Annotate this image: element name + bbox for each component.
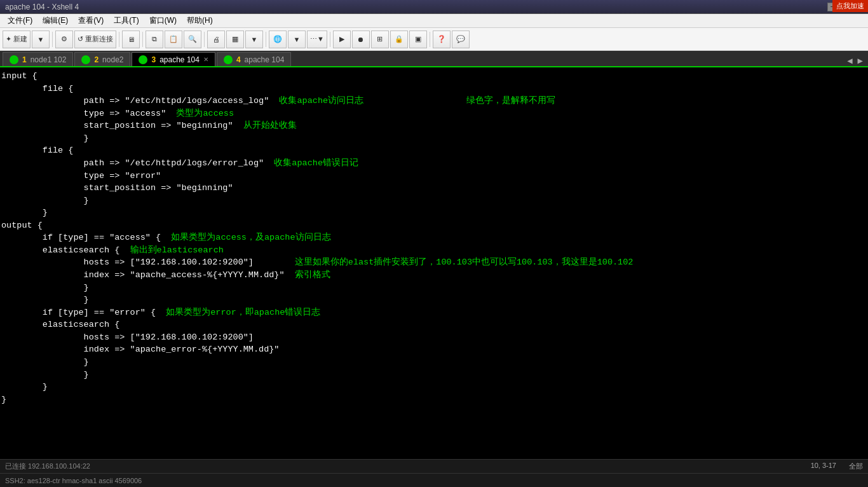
- tab-status-icon-4: [224, 55, 233, 64]
- terminal-line: }: [0, 294, 868, 306]
- separator-1: [52, 32, 53, 47]
- separator-2: [119, 32, 119, 47]
- status-right: 10, 3-17 全部: [811, 462, 863, 471]
- terminal-line: file {: [0, 144, 868, 157]
- terminal-line: file {: [0, 83, 868, 95]
- new-session-button[interactable]: ✦ 新建: [3, 31, 31, 48]
- terminal-line: }: [0, 369, 868, 381]
- separator-4: [204, 32, 205, 47]
- tab-status-icon-3: [139, 55, 147, 64]
- terminal-line: }: [0, 282, 868, 294]
- connection-status: 已连接 192.168.100.104:22: [5, 462, 90, 471]
- tab-2[interactable]: 2 node2: [74, 52, 130, 66]
- terminal-line: path => "/etc/httpd/logs/access_log" 收集a…: [0, 95, 868, 107]
- tab-1[interactable]: 1 node1 102: [3, 52, 73, 66]
- menu-window[interactable]: 窗口(W): [144, 14, 182, 27]
- tab-bar-end: ◀ ▶: [292, 55, 868, 66]
- terminal-line: elasticsearch {: [0, 319, 868, 331]
- tab-label-1: node1 102: [31, 55, 67, 64]
- new-icon: ✦: [6, 35, 11, 43]
- reconnect-icon: ↺: [78, 35, 83, 43]
- menu-edit[interactable]: 编辑(E): [37, 14, 73, 27]
- separator-5: [266, 32, 266, 47]
- toolbar: ✦ 新建 ▼ ⚙ ↺ 重新连接 🖥 ⧉ 📋 🔍 🖨 ▦ ▼ 🌐 ▼ ⋯▼ ▶ ⏺…: [0, 28, 868, 51]
- find-button[interactable]: 🔍: [184, 31, 201, 48]
- terminal-line: index => "apache_access-%{+YYYY.MM.dd}" …: [0, 269, 868, 282]
- dropdown-button[interactable]: ▼: [32, 31, 50, 48]
- terminal-line: }: [0, 356, 868, 369]
- terminal-line: type => "access" 类型为access: [0, 107, 868, 120]
- terminal-area[interactable]: input { file { path => "/etc/httpd/logs/…: [0, 67, 868, 459]
- window-title: apache 104 - Xshell 4: [5, 3, 79, 11]
- tab-scroll-right[interactable]: ▶: [855, 55, 865, 66]
- tab-bar: 1 node1 102 2 node2 3 apache 104 ✕ 4 apa…: [0, 51, 868, 67]
- ssh-info: SSH2: aes128-ctr hmac-sha1 ascii 4569006: [5, 477, 142, 484]
- record-button[interactable]: ⏺: [352, 31, 370, 48]
- lock-button[interactable]: 🔒: [390, 31, 408, 48]
- terminal-line: type => "error": [0, 170, 868, 182]
- tab-label-3: apache 104: [159, 55, 200, 64]
- menu-bar: 文件(F) 编辑(E) 查看(V) 工具(T) 窗口(W) 帮助(H): [0, 14, 868, 28]
- terminal-line: elasticsearch { 输出到elasticsearch: [0, 244, 868, 257]
- help-button[interactable]: ❓: [433, 31, 451, 48]
- tab-3[interactable]: 3 apache 104 ✕: [132, 52, 215, 66]
- terminal-line: index => "apache_error-%{+YYYY.MM.dd}": [0, 343, 868, 356]
- tab-status-icon-2: [81, 55, 90, 64]
- tab-num-4: 4: [236, 55, 241, 64]
- paste-button[interactable]: 📋: [165, 31, 182, 48]
- terminal-line: hosts => ["192.168.100.102:9200"]: [0, 331, 868, 344]
- layout-dropdown[interactable]: ▼: [245, 31, 263, 48]
- separator-3: [142, 32, 143, 47]
- tab-status-icon-1: [10, 55, 18, 64]
- tab-num-1: 1: [22, 55, 27, 64]
- monitor-button[interactable]: 🖥: [122, 31, 140, 48]
- terminal-line: output {: [0, 219, 868, 232]
- terminal-line: }: [0, 195, 868, 207]
- menu-file[interactable]: 文件(F): [3, 14, 37, 27]
- separator-7: [430, 32, 430, 47]
- terminal-line: input {: [0, 70, 868, 83]
- grid-button[interactable]: ⊞: [371, 31, 389, 48]
- terminal-line: }: [0, 381, 868, 394]
- chat-button[interactable]: 💬: [452, 31, 470, 48]
- menu-tools[interactable]: 工具(T): [109, 14, 144, 27]
- status-bar: 已连接 192.168.100.104:22 10, 3-17 全部: [0, 459, 868, 473]
- speed-badge[interactable]: 点我加速: [832, 0, 868, 12]
- print-button[interactable]: 🖨: [207, 31, 225, 48]
- tab-num-3: 3: [151, 55, 156, 64]
- tab-scroll-left[interactable]: ◀: [844, 55, 855, 66]
- globe-dropdown[interactable]: ▼: [288, 31, 306, 48]
- tab-label-4: apache 104: [245, 55, 285, 64]
- play-button[interactable]: ▶: [333, 31, 351, 48]
- separator-6: [330, 32, 330, 47]
- menu-view[interactable]: 查看(V): [73, 14, 109, 27]
- menu-help[interactable]: 帮助(H): [182, 14, 218, 27]
- tab-4[interactable]: 4 apache 104: [217, 52, 291, 66]
- copy-button[interactable]: ⧉: [146, 31, 163, 48]
- terminal-line: path => "/etc/httpd/logs/error_log" 收集ap…: [0, 157, 868, 170]
- properties-button[interactable]: ⚙: [55, 31, 73, 48]
- terminal-line: }: [0, 394, 868, 406]
- bottom-status-bar: SSH2: aes128-ctr hmac-sha1 ascii 4569006: [0, 473, 868, 487]
- reconnect-button[interactable]: ↺ 重新连接: [74, 31, 116, 48]
- terminal-line: }: [0, 207, 868, 219]
- title-bar: apache 104 - Xshell 4 — □ ✕: [0, 0, 868, 14]
- tab-label-2: node2: [102, 55, 123, 64]
- layout-button[interactable]: ▦: [226, 31, 244, 48]
- cursor-position: 10, 3-17: [811, 462, 836, 471]
- terminal-line: if [type] == "access" { 如果类型为access，及apa…: [0, 231, 868, 244]
- terminal-line: if [type] == "error" { 如果类型为error，即apach…: [0, 306, 868, 319]
- tab-close-3[interactable]: ✕: [203, 56, 208, 63]
- terminal-line: start_position => "beginning" 从开始处收集: [0, 120, 868, 132]
- more-button[interactable]: ⋯▼: [307, 31, 327, 48]
- globe-button[interactable]: 🌐: [269, 31, 287, 48]
- terminal-line: start_position => "beginning": [0, 182, 868, 195]
- terminal-line: }: [0, 132, 868, 145]
- terminal-line: hosts => ["192.168.100.102:9200"] 这里如果你的…: [0, 256, 868, 269]
- key-button[interactable]: ▣: [409, 31, 427, 48]
- view-mode: 全部: [849, 462, 863, 471]
- tab-num-2: 2: [94, 55, 98, 64]
